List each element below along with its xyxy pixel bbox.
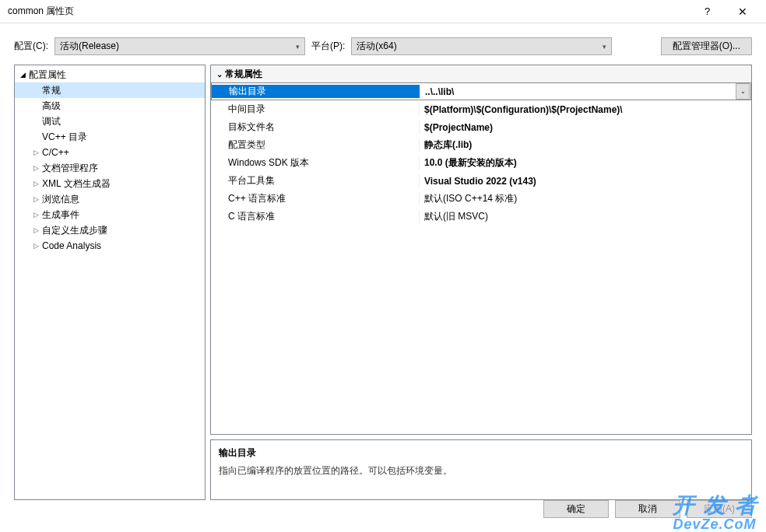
property-name: C 语言标准 [211, 210, 420, 223]
tree-item[interactable]: ▷浏览信息 [15, 191, 205, 207]
tree-item-label: 常规 [40, 84, 61, 97]
config-label: 配置(C): [14, 40, 48, 53]
config-row: 配置(C): 活动(Release) ▾ 平台(P): 活动(x64) ▾ 配置… [0, 23, 766, 65]
tree-item-label: 自定义生成步骤 [40, 224, 107, 237]
platform-label: 平台(P): [311, 40, 345, 53]
tree-item-label: 浏览信息 [40, 193, 79, 206]
description-title: 输出目录 [219, 446, 743, 460]
tree-item-label: VC++ 目录 [40, 131, 87, 144]
tree-item-label: C/C++ [40, 147, 69, 158]
chevron-down-icon: ⌄ [214, 70, 225, 79]
property-row[interactable]: 目标文件名$(ProjectName) [211, 118, 751, 136]
caret-right-icon: ▷ [31, 164, 40, 172]
caret-right-icon: ▷ [31, 211, 40, 219]
property-value[interactable]: 静态库(.lib) [420, 138, 751, 152]
platform-select[interactable]: 活动(x64) ▾ [351, 37, 612, 55]
property-name: Windows SDK 版本 [211, 156, 420, 170]
tree-item[interactable]: 常规 [15, 82, 205, 98]
property-grid[interactable]: ⌄ 常规属性 输出目录..\..\lib\⌄中间目录$(Platform)\$(… [210, 65, 752, 435]
tree-item-label: XML 文档生成器 [40, 177, 111, 191]
property-name: 目标文件名 [211, 121, 420, 134]
group-title: 常规属性 [225, 68, 262, 81]
property-value[interactable]: $(Platform)\$(Configuration)\$(ProjectNa… [420, 104, 751, 115]
description-panel: 输出目录 指向已编译程序的放置位置的路径。可以包括环境变量。 [210, 439, 752, 500]
caret-right-icon: ▷ [31, 180, 40, 187]
tree-item[interactable]: VC++ 目录 [15, 129, 205, 145]
property-row[interactable]: 中间目录$(Platform)\$(Configuration)\$(Proje… [211, 100, 751, 118]
property-name: 配置类型 [211, 138, 420, 152]
property-value[interactable]: $(ProjectName) [420, 122, 751, 133]
description-text: 指向已编译程序的放置位置的路径。可以包括环境变量。 [219, 464, 743, 478]
tree-item[interactable]: 调试 [15, 114, 205, 129]
tree-item[interactable]: ▷C/C++ [15, 145, 205, 160]
caret-right-icon: ▷ [31, 195, 40, 203]
property-name: 平台工具集 [211, 174, 420, 187]
config-value: 活动(Release) [60, 40, 119, 53]
tree-item[interactable]: ▷Code Analysis [15, 238, 205, 254]
property-value[interactable]: 10.0 (最新安装的版本) [420, 156, 751, 170]
help-button[interactable]: ? [690, 0, 725, 23]
tree-item-label: 文档管理程序 [40, 162, 98, 175]
caret-right-icon: ▷ [31, 226, 40, 234]
caret-right-icon: ▷ [31, 242, 40, 250]
dialog-buttons: 确定 取消 应用(A) [543, 500, 752, 518]
chevron-down-icon: ▾ [603, 43, 606, 51]
tree-root[interactable]: ◢ 配置属性 [15, 67, 205, 82]
tree-item[interactable]: ▷生成事件 [15, 207, 205, 222]
property-value[interactable]: 默认(旧 MSVC) [420, 210, 751, 223]
tree-item[interactable]: ▷自定义生成步骤 [15, 222, 205, 238]
titlebar: common 属性页 ? ✕ [0, 0, 766, 23]
apply-button[interactable]: 应用(A) [687, 500, 752, 518]
config-manager-button[interactable]: 配置管理器(O)... [661, 37, 752, 55]
property-name: 输出目录 [212, 85, 420, 98]
property-row[interactable]: 输出目录..\..\lib\⌄ [211, 82, 751, 100]
property-value[interactable]: Visual Studio 2022 (v143) [420, 176, 751, 187]
cancel-button[interactable]: 取消 [615, 500, 680, 518]
tree-item-label: 调试 [40, 115, 61, 128]
platform-value: 活动(x64) [357, 40, 396, 53]
config-select[interactable]: 活动(Release) ▾ [54, 37, 305, 55]
window-title: common 属性页 [8, 5, 690, 18]
dropdown-button[interactable]: ⌄ [736, 83, 750, 100]
tree-root-label: 配置属性 [27, 68, 66, 82]
caret-down-icon: ◢ [18, 71, 27, 79]
close-button[interactable]: ✕ [725, 0, 760, 23]
property-value[interactable]: 默认(ISO C++14 标准) [420, 192, 751, 205]
group-header[interactable]: ⌄ 常规属性 [211, 65, 751, 82]
property-value[interactable]: ..\..\lib\ [420, 86, 736, 97]
main-area: ◢ 配置属性 常规高级调试VC++ 目录▷C/C++▷文档管理程序▷XML 文档… [0, 65, 766, 500]
property-row[interactable]: C++ 语言标准默认(ISO C++14 标准) [211, 190, 751, 208]
tree-panel[interactable]: ◢ 配置属性 常规高级调试VC++ 目录▷C/C++▷文档管理程序▷XML 文档… [14, 65, 206, 500]
tree-item-label: 生成事件 [40, 208, 79, 222]
tree-item-label: 高级 [40, 100, 61, 113]
tree-item[interactable]: ▷XML 文档生成器 [15, 176, 205, 191]
tree-item-label: Code Analysis [40, 240, 101, 251]
tree-item[interactable]: ▷文档管理程序 [15, 160, 205, 176]
chevron-down-icon: ▾ [296, 43, 300, 51]
right-panel: ⌄ 常规属性 输出目录..\..\lib\⌄中间目录$(Platform)\$(… [210, 65, 752, 500]
property-name: 中间目录 [211, 103, 420, 116]
property-name: C++ 语言标准 [211, 192, 420, 205]
caret-right-icon: ▷ [31, 149, 40, 156]
ok-button[interactable]: 确定 [543, 500, 609, 518]
property-row[interactable]: C 语言标准默认(旧 MSVC) [211, 208, 751, 226]
property-row[interactable]: 平台工具集Visual Studio 2022 (v143) [211, 172, 751, 190]
property-row[interactable]: 配置类型静态库(.lib) [211, 136, 751, 154]
tree-item[interactable]: 高级 [15, 98, 205, 114]
property-row[interactable]: Windows SDK 版本10.0 (最新安装的版本) [211, 154, 751, 172]
